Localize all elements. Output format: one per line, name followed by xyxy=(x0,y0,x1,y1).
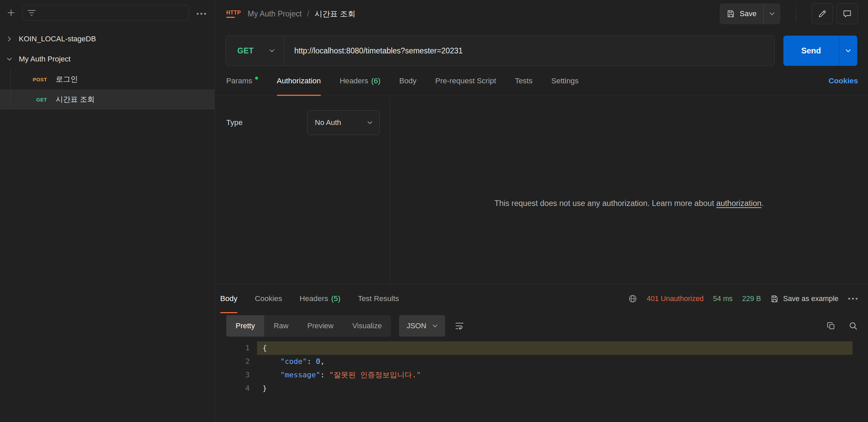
view-tab-preview[interactable]: Preview xyxy=(298,315,343,337)
request-label: 로그인 xyxy=(56,74,78,84)
tab-headers[interactable]: Headers (6) xyxy=(340,66,381,96)
tab-params[interactable]: Params xyxy=(226,66,258,96)
json-string: "잘못된 인증정보입니다." xyxy=(329,371,421,379)
auth-empty-state: This request does not use any authorizat… xyxy=(390,96,868,284)
auth-type-label: Type xyxy=(226,118,243,127)
more-icon xyxy=(196,12,207,15)
code-content: { xyxy=(257,341,852,355)
view-tab-raw[interactable]: Raw xyxy=(264,315,298,337)
breadcrumb-project[interactable]: My Auth Project xyxy=(248,9,302,19)
tab-authorization[interactable]: Authorization xyxy=(277,66,321,96)
auth-type-pane: Type No Auth xyxy=(215,96,390,284)
url-box: GET http://localhost:8080/timetables?sem… xyxy=(225,36,775,66)
method-value: GET xyxy=(237,46,254,55)
json-punctuation: { xyxy=(262,344,267,352)
tab-label: Tests xyxy=(515,77,533,85)
auth-type-value: No Auth xyxy=(315,118,341,127)
comments-button[interactable] xyxy=(836,3,858,24)
search-button[interactable] xyxy=(848,321,858,331)
format-value: JSON xyxy=(406,321,426,330)
url-input[interactable]: http://localhost:8080/timetables?semeste… xyxy=(284,46,473,55)
chevron-down-icon[interactable] xyxy=(7,57,12,61)
save-options-button[interactable] xyxy=(764,3,780,24)
message-text: . xyxy=(762,199,764,208)
response-tab-cookies[interactable]: Cookies xyxy=(255,284,282,313)
code-content: "message": "잘못된 인증정보입니다." xyxy=(257,368,852,382)
sidebar-filter-input[interactable] xyxy=(22,5,189,21)
code-line: 1 { xyxy=(215,341,868,355)
json-punctuation: : xyxy=(307,357,316,366)
save-as-example-button[interactable]: Save as example xyxy=(770,295,838,303)
tab-body[interactable]: Body xyxy=(399,66,416,96)
breadcrumb: My Auth Project / 시간표 조회 xyxy=(248,9,355,19)
cookies-link[interactable]: Cookies xyxy=(828,66,858,96)
code-content: } xyxy=(257,382,852,395)
request-header: HTTP My Auth Project / 시간표 조회 Save xyxy=(215,0,868,28)
tab-tests[interactable]: Tests xyxy=(515,66,533,96)
response-pane: Body Cookies Headers (5) Test Results 40… xyxy=(215,284,868,422)
json-key: "message" xyxy=(280,371,320,379)
request-item-login[interactable]: POST 로그인 xyxy=(0,69,215,89)
send-button[interactable]: Send xyxy=(783,36,839,66)
tab-label: Body xyxy=(220,294,237,303)
response-more-button[interactable] xyxy=(848,297,858,300)
tab-label: Authorization xyxy=(277,77,321,85)
chevron-right-icon[interactable] xyxy=(8,36,11,42)
response-tab-headers[interactable]: Headers (5) xyxy=(300,284,341,313)
save-button[interactable]: Save xyxy=(720,3,763,24)
edit-request-button[interactable] xyxy=(812,3,833,24)
tab-label: Pre-request Script xyxy=(435,77,496,85)
chevron-down-icon xyxy=(432,324,438,328)
authorization-panel: Type No Auth This request does not use a… xyxy=(215,96,868,284)
request-tabs: Params Authorization Headers (6) Body Pr… xyxy=(215,66,868,96)
collection-my-auth-project[interactable]: My Auth Project xyxy=(0,49,215,69)
response-tab-test-results[interactable]: Test Results xyxy=(358,284,399,313)
header-icon-buttons xyxy=(812,3,858,24)
plus-icon xyxy=(7,8,16,17)
request-item-timetable[interactable]: GET 시간표 조회 xyxy=(0,89,215,110)
tab-label: Cookies xyxy=(255,294,282,303)
tab-pre-request-script[interactable]: Pre-request Script xyxy=(435,66,496,96)
send-options-button[interactable] xyxy=(839,36,857,66)
more-icon xyxy=(848,297,858,300)
pencil-icon xyxy=(818,9,827,19)
response-tab-body[interactable]: Body xyxy=(220,284,237,313)
main-panel: HTTP My Auth Project / 시간표 조회 Save xyxy=(215,0,868,422)
json-punctuation: } xyxy=(262,384,267,392)
breadcrumb-request-name[interactable]: 시간표 조회 xyxy=(314,9,355,19)
view-tabs: Pretty Raw Preview Visualize xyxy=(226,315,391,337)
tab-settings[interactable]: Settings xyxy=(552,66,579,96)
divider xyxy=(796,6,796,21)
collection-koin-local[interactable]: KOIN_LOCAL-stageDB xyxy=(0,29,215,49)
tab-label: Headers xyxy=(340,77,368,85)
line-number: 3 xyxy=(215,368,250,382)
json-punctuation: , xyxy=(320,357,324,366)
wrap-text-button[interactable] xyxy=(455,321,465,330)
tab-label: Test Results xyxy=(358,294,399,303)
request-label: 시간표 조회 xyxy=(56,94,95,105)
text-wrap-icon xyxy=(455,321,465,330)
collection-label: My Auth Project xyxy=(19,55,70,63)
line-number: 4 xyxy=(215,382,250,395)
save-button-label: Save xyxy=(740,9,756,18)
auth-empty-message: This request does not use any authorizat… xyxy=(494,199,764,208)
comment-icon xyxy=(842,9,852,19)
json-number: 0 xyxy=(316,357,320,366)
auth-type-select[interactable]: No Auth xyxy=(307,110,380,135)
format-dropdown[interactable]: JSON xyxy=(399,315,445,337)
globe-icon[interactable] xyxy=(628,294,638,303)
sidebar-more-button[interactable] xyxy=(194,8,209,17)
tab-label: Settings xyxy=(552,77,579,85)
new-request-button[interactable] xyxy=(5,5,18,21)
search-icon xyxy=(848,321,858,331)
view-tab-pretty[interactable]: Pretty xyxy=(226,315,264,337)
tab-label: Body xyxy=(399,77,416,85)
method-dropdown[interactable]: GET xyxy=(226,36,284,65)
authorization-link[interactable]: authorization xyxy=(716,199,762,208)
response-size: 229 B xyxy=(742,295,761,303)
code-line: 3 "message": "잘못된 인증정보입니다." xyxy=(215,368,868,382)
chevron-down-icon xyxy=(269,49,275,52)
view-tab-visualize[interactable]: Visualize xyxy=(343,315,391,337)
collection-tree: KOIN_LOCAL-stageDB My Auth Project POST … xyxy=(0,29,215,110)
copy-button[interactable] xyxy=(826,321,836,331)
